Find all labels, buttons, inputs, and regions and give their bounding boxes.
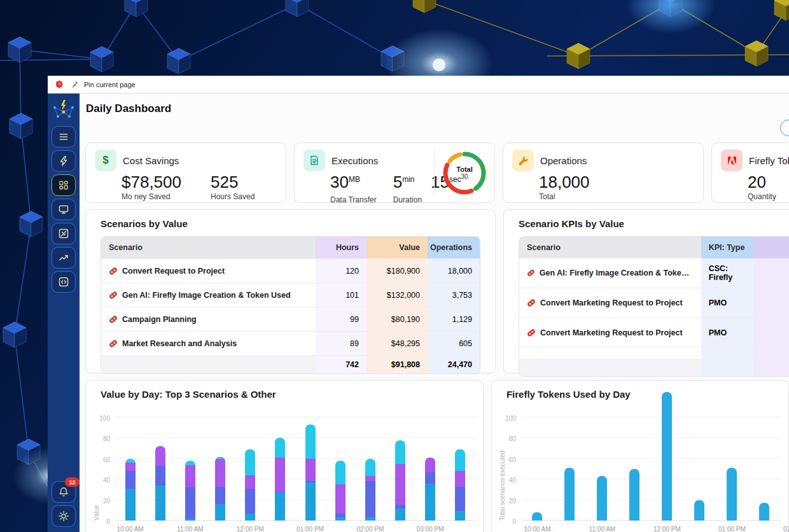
value-cell: 120: [316, 259, 367, 283]
bar-segment: [425, 484, 435, 521]
column-header: Operations: [428, 237, 480, 258]
scenario-cell: Convert Request to Project: [101, 259, 316, 283]
bar-segment: [275, 438, 285, 458]
panel-title: Scenarios by Value: [101, 218, 480, 229]
value-cell: 605: [428, 332, 480, 355]
table-header: ScenarioKPI: Type: [519, 237, 789, 258]
table-row[interactable]: Convert Marketing Request to ProjectPMO: [519, 288, 789, 318]
sidebar-item-dashboards[interactable]: [52, 174, 76, 196]
card-title: Firefly Tokens: [749, 155, 789, 166]
bar-segment: [564, 468, 575, 521]
table-row[interactable]: Market Research and Analysis89$48,295605: [101, 331, 480, 355]
executions-card: Executions 30MB Data Transfer 5min Durat…: [294, 143, 495, 203]
x-axis-label: 10:00 AM: [524, 526, 550, 532]
kpi-cell: PMO: [701, 318, 753, 347]
sidebar-item-metrics[interactable]: [52, 223, 76, 244]
table-row[interactable]: Convert Request to Project120$180,90018,…: [101, 258, 480, 283]
y-tick-label: 0: [90, 518, 110, 525]
column-header: [753, 237, 789, 258]
bar-segment: [305, 424, 316, 458]
x-axis-label: 02:00 PM: [783, 526, 789, 532]
bar-segment: [662, 392, 672, 521]
bar-segment: [305, 482, 316, 521]
table-row[interactable]: Campaign Planning99$80,1901,129: [101, 307, 480, 331]
bar-segment: [532, 512, 542, 521]
bar: [662, 392, 672, 521]
firefly-tokens-chart-panel: Firefly Tokens Used by Day Total scenari…: [491, 380, 789, 532]
executions-donut: Total 30: [434, 150, 494, 196]
stacked-bar-plot: 02040608010010:00 AM11:00 AM12:00 PM01:0…: [115, 417, 475, 521]
gridline: [115, 458, 475, 459]
gridline: [115, 479, 475, 479]
bar-segment: [185, 487, 195, 519]
scenario-icon: [527, 358, 536, 359]
lightning-icon: [58, 155, 69, 167]
x-axis-label: 12:00 PM: [237, 526, 264, 532]
x-axis-label: 12:00 PM: [653, 526, 681, 532]
scenario-cell: Market Research and Analysis: [101, 332, 316, 355]
bar-segment: [125, 463, 136, 471]
metric: 5min Duration: [393, 172, 422, 204]
kpis-table: ScenarioKPI: TypeGen AI: Firefly Image C…: [519, 236, 789, 377]
screen: Pin current page: [0, 0, 789, 532]
adobe-icon: [721, 150, 743, 171]
scenario-cell: Campaign Planning: [101, 307, 316, 331]
x-axis-label: 02:00 PM: [356, 526, 384, 532]
total-cell: 24,470: [428, 356, 480, 374]
bar-segment: [335, 517, 346, 521]
table-row[interactable]: [519, 347, 789, 359]
firefly-tokens-card: Firefly Tokens 20 Quantity: [711, 143, 789, 203]
value-by-day-chart-panel: Value by Day: Top 3 Scenarios & Other Va…: [85, 380, 484, 532]
value-cell: $80,190: [367, 307, 428, 331]
sidebar-item-presentation[interactable]: [52, 199, 76, 220]
report-document-icon: [304, 150, 325, 171]
metric: 20 Quantity: [748, 172, 776, 201]
brave-icon[interactable]: [55, 80, 64, 90]
table-total-row: 742$91,80824,470: [101, 355, 480, 374]
bar-segment: [335, 461, 346, 484]
gridline: [521, 500, 781, 500]
scenario-cell: Convert Marketing Request to Project: [519, 288, 701, 318]
sidebar-item-settings[interactable]: [52, 505, 76, 527]
scenarios-by-value-panel: Scenarios by Value ScenarioHoursValueOpe…: [85, 209, 496, 374]
table-row[interactable]: Gen AI: Firefly Image Creation & Token U…: [101, 283, 480, 307]
table-row[interactable]: Gen AI: Firefly Image Creation & Token U…: [519, 258, 789, 288]
page-title: Daily Dashboard: [86, 102, 789, 115]
bar: [759, 503, 769, 521]
bar-segment: [395, 508, 405, 521]
total-cell: $91,808: [367, 356, 428, 374]
sidebar-item-notifications[interactable]: 12: [52, 481, 76, 503]
browser-bar: Pin current page: [48, 76, 789, 94]
metric: 30MB Data Transfer: [330, 172, 377, 204]
value-cell: 99: [316, 307, 367, 331]
sidebar-item-menu[interactable]: [52, 126, 76, 148]
bar-segment: [215, 487, 225, 505]
footer-cell: [519, 360, 701, 376]
bell-icon: [58, 486, 69, 498]
gridline: [521, 479, 781, 479]
y-tick-label: 100: [496, 415, 516, 422]
bar: [155, 446, 165, 521]
column-header: Hours: [316, 237, 367, 258]
hamburger-icon: [58, 131, 69, 143]
sidebar: 12: [48, 94, 80, 532]
bar-segment: [694, 500, 704, 521]
table-row[interactable]: Convert Marketing Request to ProjectPMO: [519, 318, 789, 347]
sidebar-item-code[interactable]: [52, 271, 76, 293]
footer-cell: [701, 360, 753, 376]
bar-segment: [727, 468, 737, 521]
pin-icon[interactable]: [70, 80, 78, 88]
scenario-cell: [519, 348, 701, 359]
sidebar-item-automation[interactable]: [52, 150, 76, 172]
sidebar-item-trends[interactable]: [52, 247, 76, 269]
total-cell: 742: [316, 356, 367, 374]
toolbar-partial-button[interactable]: [780, 120, 789, 136]
scenario-kpis-panel: Scenario KPIs by Value ScenarioKPI: Type…: [503, 209, 789, 374]
pin-current-page-label[interactable]: Pin current page: [84, 81, 136, 88]
y-tick-label: 60: [496, 456, 516, 463]
gridline: [521, 417, 781, 417]
column-header: KPI: Type: [701, 237, 753, 258]
bar-segment: [455, 471, 465, 486]
bar: [335, 461, 346, 521]
scenario-cell: Gen AI: Firefly Image Creation & Token U…: [519, 258, 701, 288]
